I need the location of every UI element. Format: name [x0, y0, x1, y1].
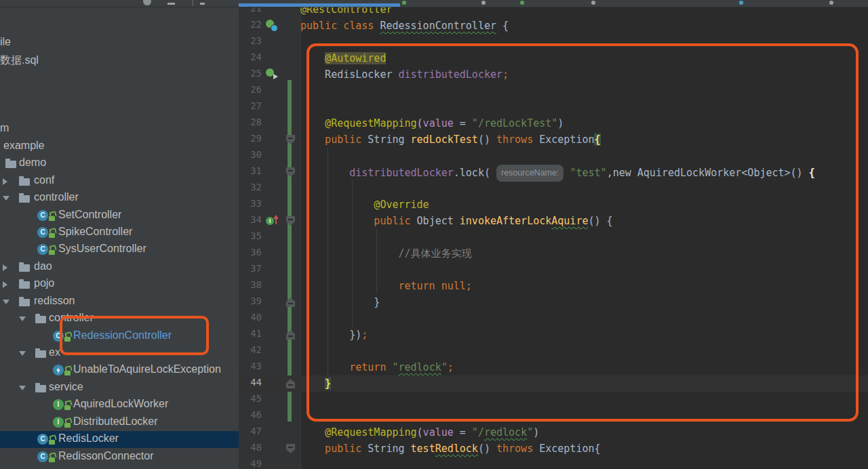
tree-item-unabletoaquirelockexception[interactable]: UnableToAquireLockException	[0, 362, 239, 379]
tree-item-demo[interactable]: demo	[0, 155, 239, 172]
tree-item-distributedlocker[interactable]: IDistributedLocker	[0, 414, 239, 431]
line-number[interactable]: 30	[243, 149, 262, 160]
tree-item-label: AquiredLockWorker	[73, 398, 168, 410]
line-number[interactable]: 40	[243, 312, 262, 323]
code-token: {	[496, 20, 509, 32]
line-number[interactable]: 29	[243, 133, 262, 144]
line-number[interactable]: 39	[243, 295, 262, 306]
lock-icon	[64, 401, 72, 410]
tree-item-dao[interactable]: dao	[0, 259, 239, 276]
lock-icon	[48, 435, 56, 445]
tree-expand-arrow[interactable]	[3, 264, 7, 271]
tab-icon-dot	[591, 1, 595, 5]
override-marker-icon[interactable]: I	[266, 215, 278, 227]
tree-item-service[interactable]: service	[0, 380, 239, 396]
line-number[interactable]: 41	[243, 328, 262, 339]
fold-start-marker[interactable]	[286, 135, 295, 144]
tree-item-sysusercontroller[interactable]: CSysUserController	[0, 241, 239, 258]
tree-expand-arrow[interactable]	[19, 317, 26, 321]
line-number[interactable]: 26	[243, 84, 262, 95]
tree-expand-arrow[interactable]	[3, 178, 7, 185]
line-number[interactable]: 46	[243, 409, 262, 420]
code-token: (	[417, 426, 423, 439]
code-token: value	[423, 426, 454, 439]
tree-item-m[interactable]: m	[0, 121, 239, 138]
tree-item-pojo[interactable]: pojo	[0, 276, 239, 293]
project-panel: ile数据.sqlmexampledemoconfcontrollerCSetC…	[0, 0, 239, 469]
code-token: redlock	[484, 426, 527, 439]
tree-expand-arrow[interactable]	[3, 300, 9, 304]
hide-panel-icon[interactable]	[200, 3, 205, 5]
tree-expand-arrow[interactable]	[3, 281, 7, 288]
tree-item-spikecontroller[interactable]: CSpikeController	[0, 224, 239, 241]
fold-start-marker[interactable]	[286, 216, 295, 226]
tree-item-controller[interactable]: controller	[0, 190, 239, 207]
editor-line-22: 22public class RedessionController {	[239, 18, 868, 34]
collapse-all-icon[interactable]	[167, 3, 175, 5]
folder-icon	[35, 385, 46, 392]
line-number[interactable]: 27	[243, 100, 262, 111]
tree-item-label: conf	[34, 174, 54, 186]
fold-start-marker[interactable]	[286, 167, 295, 177]
line-number[interactable]: 45	[243, 393, 262, 404]
tree-item-conf[interactable]: conf	[0, 173, 239, 190]
fold-end-marker[interactable]	[286, 298, 295, 307]
autowired-icon[interactable]	[266, 68, 278, 81]
separator	[192, 0, 193, 6]
line-number[interactable]: 28	[243, 117, 262, 127]
line-number[interactable]: 44	[243, 377, 262, 388]
gear-icon[interactable]	[143, 0, 151, 5]
line-number[interactable]: 38	[243, 279, 262, 290]
tab-icon-dot	[520, 1, 524, 5]
tree-item-label: RedisLocker	[58, 432, 119, 445]
tree-item-redisson[interactable]: redisson	[0, 293, 239, 310]
tree-expand-arrow[interactable]	[19, 351, 26, 356]
line-number[interactable]: 23	[243, 35, 262, 46]
line-number[interactable]: 24	[243, 52, 262, 62]
code-token: String	[368, 443, 410, 455]
class-icon: C	[37, 227, 48, 238]
code-token: Exception{	[539, 443, 600, 455]
tree-item-example[interactable]: example	[0, 138, 239, 155]
line-number[interactable]: 31	[243, 165, 262, 176]
line-number[interactable]: 47	[243, 426, 262, 436]
line-number[interactable]: 49	[243, 458, 262, 469]
line-number[interactable]: 37	[243, 263, 262, 274]
fold-start-marker[interactable]	[286, 444, 295, 453]
line-number[interactable]: 48	[243, 442, 262, 453]
line-number[interactable]: 36	[243, 247, 262, 258]
line-number[interactable]: 22	[243, 19, 262, 30]
tree-expand-arrow[interactable]	[19, 386, 26, 390]
line-number[interactable]: 35	[243, 230, 262, 241]
tree-item-redissonconnector[interactable]: CRedissonConnector	[0, 449, 239, 466]
tree-item-label: m	[0, 122, 9, 134]
fold-end-marker[interactable]	[286, 330, 295, 340]
tree-item-label: redisson	[34, 295, 75, 307]
tree-item-setcontroller[interactable]: CSetController	[0, 207, 239, 224]
tree-item-sql[interactable]: 数据.sql	[0, 52, 239, 69]
tree-item-ile[interactable]: ile	[0, 35, 239, 52]
fold-end-marker[interactable]	[286, 379, 295, 388]
annotation-box-tree	[60, 316, 209, 355]
folder-icon	[19, 264, 30, 272]
exception-icon	[53, 365, 64, 375]
tree-item-label: UnableToAquireLockException	[73, 363, 221, 375]
folder-icon	[19, 281, 30, 289]
line-number[interactable]: 34	[243, 214, 262, 225]
tree-expand-arrow[interactable]	[3, 196, 9, 201]
navigate-arrow-icon	[273, 74, 278, 79]
code-token: Redlock	[435, 443, 478, 455]
line-number[interactable]: 25	[243, 68, 262, 79]
tree-item-label: 数据.sql	[0, 54, 39, 68]
line-number[interactable]: 33	[243, 198, 262, 209]
line-number[interactable]: 43	[243, 361, 262, 371]
spring-bean-icon[interactable]	[266, 20, 278, 32]
line-number[interactable]: 32	[243, 182, 262, 192]
class-icon: C	[37, 244, 48, 255]
tab-icon-dot	[829, 1, 833, 5]
line-number[interactable]: 42	[243, 344, 262, 355]
tab-icon-dot	[739, 1, 743, 5]
tree-item-redislocker[interactable]: CRedisLocker	[0, 431, 239, 448]
lock-icon	[48, 453, 56, 462]
tree-item-aquiredlockworker[interactable]: IAquiredLockWorker	[0, 396, 239, 413]
